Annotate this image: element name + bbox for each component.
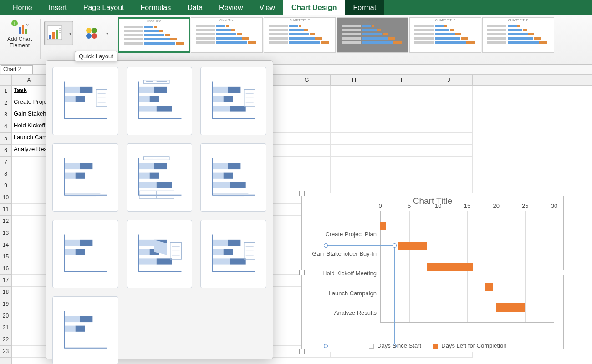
layout-option-10[interactable] <box>52 296 118 364</box>
cell-A20[interactable] <box>12 310 46 322</box>
chart-styles-gallery[interactable]: Chart TitleChart TitleCHART TITLECHART T… <box>118 17 554 53</box>
quick-layout-dropdown[interactable] <box>46 60 273 359</box>
quick-layout-button[interactable]: ▾ <box>44 21 73 46</box>
layout-option-6[interactable] <box>200 143 266 212</box>
cell-H5[interactable] <box>331 133 378 145</box>
chart-style-4[interactable]: CHART TITLE <box>337 17 408 53</box>
row-header-3[interactable]: 3 <box>0 109 11 121</box>
cell-A1[interactable]: Task <box>12 86 46 97</box>
plot-area[interactable]: 051015202530 Create Project PlanGain Sta… <box>311 211 554 329</box>
row-header-8[interactable]: 8 <box>0 168 11 180</box>
row-header-17[interactable]: 17 <box>0 275 11 287</box>
cell-I7[interactable] <box>378 157 425 168</box>
bar-segment[interactable] <box>398 242 427 250</box>
cell-G7[interactable] <box>283 157 331 168</box>
row-header-1[interactable]: 1 <box>0 86 11 97</box>
row-header-2[interactable]: 2 <box>0 97 11 109</box>
row-header-14[interactable]: 14 <box>0 239 11 251</box>
ribbon-tab-formulas[interactable]: Formulas <box>133 0 179 15</box>
cell-J7[interactable] <box>425 157 473 168</box>
axis-selection[interactable] <box>326 245 395 346</box>
cell-A10[interactable] <box>12 192 46 204</box>
cell-J3[interactable] <box>425 109 473 121</box>
column-header-H[interactable]: H <box>331 75 378 85</box>
ribbon-tab-review[interactable]: Review <box>211 0 251 15</box>
row-header-6[interactable]: 6 <box>0 145 11 157</box>
add-chart-element-button[interactable]: + Add Chart Element <box>3 17 36 49</box>
resize-handle-n[interactable] <box>430 191 435 196</box>
chart-style-3[interactable]: CHART TITLE <box>264 17 336 53</box>
row-header-13[interactable]: 13 <box>0 228 11 239</box>
cell-A23[interactable] <box>12 346 46 358</box>
cell-A4[interactable]: Hold Kickoff Meeting <box>12 121 46 133</box>
layout-option-9[interactable] <box>200 220 266 288</box>
ribbon-tab-format[interactable]: Format <box>345 0 384 15</box>
cell-A12[interactable] <box>12 216 46 228</box>
ribbon-tab-page-layout[interactable]: Page Layout <box>75 0 133 15</box>
ribbon-tab-insert[interactable]: Insert <box>41 0 75 15</box>
cell-H8[interactable] <box>331 168 378 180</box>
resize-handle-s[interactable] <box>430 349 435 354</box>
cell-J1[interactable] <box>425 86 473 97</box>
cell-I5[interactable] <box>378 133 425 145</box>
cell-A9[interactable] <box>12 180 46 192</box>
cell-G2[interactable] <box>283 97 331 109</box>
row-header-20[interactable]: 20 <box>0 310 11 322</box>
layout-option-4[interactable] <box>52 143 118 212</box>
column-header-I[interactable]: I <box>378 75 425 85</box>
resize-handle-sw[interactable] <box>299 349 305 354</box>
change-colors-button[interactable]: ▾ <box>81 21 110 46</box>
cell-H7[interactable] <box>331 157 378 168</box>
row-header-15[interactable]: 15 <box>0 251 11 263</box>
chart-legend[interactable]: Days Since Start Days Left for Completio… <box>302 342 563 349</box>
cell-I1[interactable] <box>378 86 425 97</box>
cell-H6[interactable] <box>331 145 378 157</box>
resize-handle-ne[interactable] <box>561 191 566 196</box>
cell-G8[interactable] <box>283 168 331 180</box>
cell-J8[interactable] <box>425 168 473 180</box>
cell-A3[interactable]: Gain Stakeholder Buy-In <box>12 109 46 121</box>
cell-J4[interactable] <box>425 121 473 133</box>
cell-A15[interactable] <box>12 251 46 263</box>
layout-option-7[interactable] <box>52 220 118 288</box>
row-header-7[interactable]: 7 <box>0 157 11 168</box>
layout-option-2[interactable] <box>127 67 193 135</box>
cell-G5[interactable] <box>283 133 331 145</box>
ribbon-tab-home[interactable]: Home <box>5 0 41 15</box>
bar-segment[interactable] <box>380 222 386 230</box>
cell-A7[interactable] <box>12 157 46 168</box>
ribbon-tab-view[interactable]: View <box>251 0 283 15</box>
resize-handle-se[interactable] <box>561 349 566 354</box>
cell-A18[interactable] <box>12 287 46 298</box>
row-header-11[interactable]: 11 <box>0 204 11 216</box>
column-header-J[interactable]: J <box>425 75 473 85</box>
bar-segment[interactable] <box>427 263 473 271</box>
resize-handle-nw[interactable] <box>299 191 305 196</box>
cell-A14[interactable] <box>12 239 46 251</box>
axis-handle[interactable] <box>324 243 328 248</box>
layout-option-3[interactable] <box>200 67 266 135</box>
row-header-16[interactable]: 16 <box>0 263 11 275</box>
cell-G3[interactable] <box>283 109 331 121</box>
cell-H2[interactable] <box>331 97 378 109</box>
row-header-5[interactable]: 5 <box>0 133 11 145</box>
chart-style-1[interactable]: Chart Title <box>118 17 190 53</box>
row-header-19[interactable]: 19 <box>0 298 11 310</box>
cell-A17[interactable] <box>12 275 46 287</box>
cell-H9[interactable] <box>331 180 378 192</box>
row-header-22[interactable]: 22 <box>0 334 11 346</box>
cell-I8[interactable] <box>378 168 425 180</box>
cell-I9[interactable] <box>378 180 425 192</box>
cell-A16[interactable] <box>12 263 46 275</box>
chart-style-2[interactable]: Chart Title <box>191 17 263 53</box>
chart-style-6[interactable]: CHART TITLE <box>482 17 554 53</box>
bar-segment[interactable] <box>496 303 526 312</box>
axis-handle[interactable] <box>393 243 397 248</box>
row-header-10[interactable]: 10 <box>0 192 11 204</box>
cell-A8[interactable] <box>12 168 46 180</box>
cell-H3[interactable] <box>331 109 378 121</box>
cell-J5[interactable] <box>425 133 473 145</box>
chart-style-5[interactable]: CHART TITLE <box>409 17 481 53</box>
cell-G6[interactable] <box>283 145 331 157</box>
row-header-23[interactable]: 23 <box>0 346 11 358</box>
